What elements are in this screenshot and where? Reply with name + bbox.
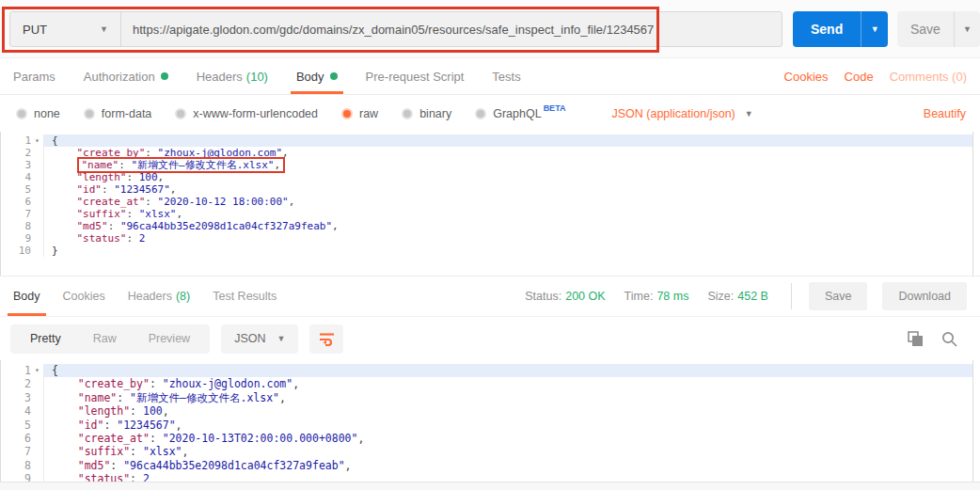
- save-options-button[interactable]: ▼: [954, 11, 980, 47]
- line-number-gutter: 4: [1, 404, 44, 418]
- tab-pre-request-script[interactable]: Pre-request Script: [366, 58, 465, 94]
- chevron-down-icon: ▼: [745, 109, 753, 119]
- postman-app: PUT ▼ https://apigate.glodon.com/gdc/dom…: [0, 0, 980, 490]
- code-line: 1▾{: [1, 134, 972, 147]
- headers-count: (10): [246, 70, 268, 84]
- response-tab-cookies[interactable]: Cookies: [63, 277, 105, 316]
- size-meta: Size:452 B: [707, 290, 767, 303]
- status-dot-icon: [330, 72, 338, 80]
- url-group: PUT ▼ https://apigate.glodon.com/gdc/dom…: [9, 11, 782, 47]
- code-line: 8 "md5": "96ca44bb35e2098d1ca04cf327a9fe…: [1, 220, 972, 232]
- radio-icon: [84, 108, 95, 119]
- wrap-lines-icon: [319, 332, 335, 346]
- response-format-dropdown[interactable]: JSON ▼: [221, 324, 298, 354]
- line-number-gutter: 2: [1, 147, 44, 159]
- radio-icon: [16, 108, 27, 119]
- response-actions: Save Download: [809, 277, 967, 316]
- response-tab-test-results[interactable]: Test Results: [213, 277, 277, 316]
- code-line: 3 "name": "新增文件—修改文件名.xlsx",: [1, 391, 972, 404]
- view-pretty[interactable]: Pretty: [14, 332, 77, 345]
- request-body-editor[interactable]: 1▾{2 "create_by": "zhoux-j@glodon.com",3…: [0, 132, 973, 276]
- url-value: https://apigate.glodon.com/gdc/domains/z…: [133, 23, 654, 37]
- code-line: 9 "status": 2: [1, 472, 972, 482]
- line-number-gutter: 8: [1, 459, 44, 472]
- code-line: 5 "id": "1234567",: [1, 183, 972, 196]
- chevron-down-icon: ▼: [963, 24, 972, 34]
- view-preview[interactable]: Preview: [133, 332, 206, 345]
- beautify-link[interactable]: Beautify: [924, 107, 966, 120]
- status-meta: Status:200 OK: [525, 290, 605, 303]
- save-response-button[interactable]: Save: [809, 282, 868, 310]
- code-line: 4 "length": 100,: [1, 171, 972, 183]
- save-button-group: Save ▼: [897, 11, 980, 47]
- send-options-button[interactable]: ▼: [861, 11, 888, 47]
- response-tab-headers[interactable]: Headers(8): [128, 277, 191, 316]
- line-number-gutter: 6: [1, 432, 44, 445]
- line-number-gutter: 6: [1, 196, 44, 208]
- code-line: 4 "length": 100,: [1, 404, 972, 418]
- wrap-lines-button[interactable]: [309, 324, 343, 354]
- code-line: 7 "suffix": "xlsx",: [1, 208, 972, 220]
- response-view-toolbar: Pretty Raw Preview JSON ▼: [0, 317, 980, 360]
- code-line: 9 "status": 2: [1, 232, 972, 245]
- radio-raw[interactable]: raw: [341, 107, 378, 120]
- line-number-gutter: 9: [1, 472, 44, 482]
- line-number-gutter: 5: [1, 419, 44, 432]
- send-button-group: Send ▼: [793, 11, 888, 47]
- method-dropdown[interactable]: PUT ▼: [10, 12, 121, 46]
- request-tabs: Params Authorization Headers(10) Body Pr…: [0, 58, 980, 95]
- radio-binary[interactable]: binary: [402, 107, 451, 120]
- code-line: 2 "create_by": "zhoux-j@glodon.com",: [1, 377, 972, 390]
- line-number-gutter: 10: [1, 245, 44, 257]
- tab-params[interactable]: Params: [13, 58, 55, 94]
- download-response-button[interactable]: Download: [882, 282, 967, 310]
- view-raw[interactable]: Raw: [77, 332, 133, 345]
- tab-authorization[interactable]: Authorization: [84, 58, 168, 94]
- size-value: 452 B: [737, 290, 768, 303]
- line-number-gutter: 8: [1, 220, 44, 232]
- fold-caret-icon[interactable]: ▾: [31, 134, 43, 147]
- line-number-gutter: 4: [1, 171, 44, 183]
- radio-none[interactable]: none: [16, 107, 60, 120]
- search-button[interactable]: [941, 331, 957, 347]
- tab-tests[interactable]: Tests: [492, 58, 520, 94]
- radio-x-www-form-urlencoded[interactable]: x-www-form-urlencoded: [175, 107, 318, 120]
- line-number-gutter: 2: [1, 377, 44, 390]
- line-number-gutter: 5: [1, 183, 44, 196]
- send-button[interactable]: Send: [793, 11, 861, 47]
- tab-headers[interactable]: Headers(10): [197, 58, 268, 94]
- search-icon: [941, 331, 957, 347]
- response-tab-body[interactable]: Body: [13, 277, 40, 316]
- line-number-gutter: 9: [1, 232, 44, 245]
- url-input[interactable]: https://apigate.glodon.com/gdc/domains/z…: [121, 12, 782, 46]
- request-links: Cookies Code Comments (0): [784, 58, 967, 94]
- code-line: 5 "id": "1234567",: [1, 419, 972, 432]
- radio-form-data[interactable]: form-data: [84, 107, 152, 120]
- copy-button[interactable]: [908, 331, 924, 347]
- cookies-link[interactable]: Cookies: [784, 70, 829, 84]
- status-value: 200 OK: [565, 290, 605, 303]
- response-body-editor[interactable]: 1▾{2 "create_by": "zhoux-j@glodon.com",3…: [0, 360, 973, 482]
- content-type-dropdown[interactable]: JSON (application/json)▼: [611, 107, 752, 120]
- body-type-row: none form-data x-www-form-urlencoded raw…: [0, 95, 980, 132]
- copy-icon: [908, 331, 924, 347]
- code-line: 1▾{: [1, 364, 972, 377]
- line-number-gutter: 3: [1, 159, 44, 171]
- line-number-gutter: 1▾: [1, 364, 44, 377]
- code-link[interactable]: Code: [845, 70, 874, 84]
- fold-caret-icon[interactable]: ▾: [31, 364, 43, 377]
- line-number-gutter: 1▾: [1, 134, 44, 147]
- view-mode-segment: Pretty Raw Preview: [10, 324, 210, 354]
- response-headers-count: (8): [176, 290, 190, 303]
- method-value: PUT: [23, 23, 47, 37]
- response-footer-strip: [0, 482, 980, 490]
- comments-link[interactable]: Comments (0): [890, 70, 967, 84]
- time-value: 78 ms: [656, 290, 688, 303]
- tab-body[interactable]: Body: [296, 58, 338, 94]
- radio-graphql[interactable]: GraphQLBETA: [475, 107, 565, 120]
- status-dot-icon: [161, 72, 168, 80]
- code-line: 6 "create_at": "2020-10-12 18:00:00",: [1, 196, 972, 208]
- code-line: 6 "create_at": "2020-10-13T02:00:00.000+…: [1, 432, 972, 445]
- save-button[interactable]: Save: [897, 11, 954, 47]
- request-bar: PUT ▼ https://apigate.glodon.com/gdc/dom…: [0, 0, 980, 58]
